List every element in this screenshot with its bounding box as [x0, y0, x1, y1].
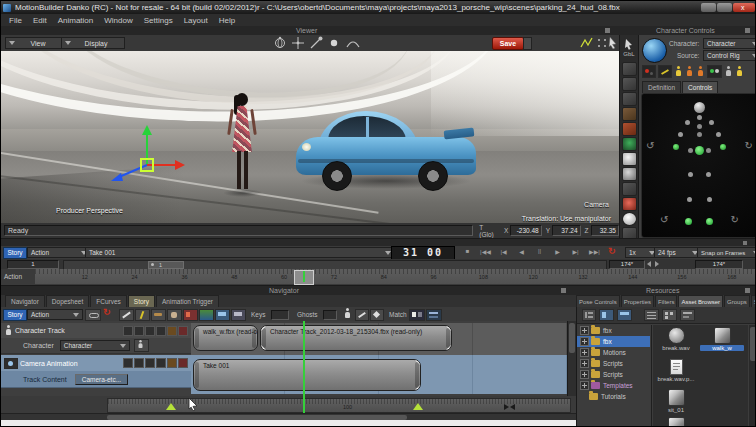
- expander-icon[interactable]: [580, 381, 589, 390]
- thumbnail-view-icon[interactable]: [662, 309, 677, 321]
- rig-hip-node[interactable]: [688, 148, 693, 153]
- viewer-pin-icon[interactable]: [605, 28, 610, 33]
- tab-controls[interactable]: Controls: [682, 81, 718, 93]
- rig-hip-node[interactable]: [706, 148, 711, 153]
- story-vertical-scrollbar[interactable]: [567, 321, 576, 396]
- rig-knee-node[interactable]: [688, 172, 693, 177]
- asset-sit-01[interactable]: sit_01: [654, 389, 698, 413]
- tab-asset-browser[interactable]: Asset Browser: [678, 295, 723, 307]
- track-toggle[interactable]: [134, 358, 144, 368]
- folder-fbx-selected[interactable]: fbx: [577, 336, 650, 347]
- timeline-zoom-handle[interactable]: 1: [148, 261, 184, 269]
- asset-break-wav-p[interactable]: break.wav.p...: [654, 359, 698, 382]
- tab-fcurves[interactable]: FCurves: [90, 295, 127, 307]
- rig-foot-effector[interactable]: [685, 218, 692, 225]
- fk-ik-icon[interactable]: [696, 66, 705, 77]
- track-toggle[interactable]: [123, 326, 133, 336]
- match-clip-icon[interactable]: [409, 309, 425, 321]
- character-figure[interactable]: [223, 93, 263, 197]
- wireframe-mode-icon[interactable]: [622, 167, 637, 181]
- rig-shoulder-node[interactable]: [709, 120, 714, 125]
- scrollbar-thumb[interactable]: [750, 327, 756, 361]
- range-start-field[interactable]: 1: [7, 260, 59, 269]
- action-ruler[interactable]: 12 24 36 48 60 72 84 96 108 120 132 144 …: [35, 269, 756, 284]
- play-button[interactable]: ▶: [549, 248, 566, 255]
- mirror-pose-icon[interactable]: [685, 66, 694, 77]
- ghost-pencil-icon[interactable]: [355, 309, 369, 321]
- folder-fbx[interactable]: fbx: [577, 325, 650, 336]
- tab-filters[interactable]: Filters: [655, 295, 677, 307]
- move-clip-icon[interactable]: [151, 309, 166, 321]
- navigator-pin-icon[interactable]: [561, 288, 566, 293]
- active-character-icon[interactable]: [735, 66, 744, 77]
- menu-animation[interactable]: Animation: [58, 16, 94, 25]
- cursor-mode-icon[interactable]: [607, 36, 619, 50]
- story-ruler[interactable]: 100: [107, 398, 571, 413]
- character-mode-icon[interactable]: [622, 137, 637, 151]
- tab-pose-controls[interactable]: Pose Controls: [576, 295, 620, 307]
- sphere-display-icon[interactable]: [622, 212, 637, 226]
- cursor-tool-icon[interactable]: [623, 38, 636, 50]
- hand-icon[interactable]: [167, 309, 182, 321]
- track-toggle[interactable]: [167, 358, 177, 368]
- rig-hand-effector[interactable]: [673, 144, 679, 150]
- expander-icon[interactable]: [580, 359, 589, 368]
- rig-spine-node[interactable]: [697, 124, 702, 129]
- porsche-car[interactable]: [296, 111, 476, 193]
- resources-pin-icon[interactable]: [745, 288, 750, 293]
- track-toggle[interactable]: [145, 358, 155, 368]
- track-toggle[interactable]: [134, 326, 144, 336]
- home-view-icon[interactable]: [622, 122, 637, 136]
- tab-groups[interactable]: Groups: [724, 295, 750, 307]
- character-subrow-dropdown[interactable]: Character: [60, 340, 130, 351]
- loop-end-marker[interactable]: [510, 404, 515, 410]
- stop-button[interactable]: ■: [459, 248, 476, 254]
- pan-tool-icon[interactable]: [291, 36, 306, 50]
- keys-field[interactable]: [271, 310, 289, 320]
- scrollbar-thumb[interactable]: [569, 323, 575, 353]
- timecode-display[interactable]: 31 00: [391, 246, 455, 260]
- ghosts-toggle[interactable]: [323, 310, 337, 320]
- record-clip-icon[interactable]: ↻: [103, 307, 111, 317]
- clip-handle[interactable]: [415, 360, 420, 365]
- loop-record-icon[interactable]: ↻: [608, 246, 616, 256]
- y-value-field[interactable]: 37.24: [552, 225, 580, 236]
- next-key-button[interactable]: ▶|: [567, 248, 584, 255]
- track-mute-toggle[interactable]: [178, 326, 188, 336]
- select-tool-icon[interactable]: [327, 36, 342, 50]
- save-options-button[interactable]: [523, 37, 532, 50]
- asset-break-wav[interactable]: break.wav: [654, 327, 698, 351]
- control-rig-view[interactable]: ↺ ↻ ↺ ↻: [641, 93, 756, 238]
- display-dropdown[interactable]: Display: [61, 37, 125, 49]
- range-step-right-icon[interactable]: [655, 261, 659, 267]
- rig-shoulder-node[interactable]: [685, 120, 690, 125]
- camera-track-header[interactable]: Camera Animation: [1, 355, 191, 372]
- tab-dopesheet[interactable]: Dopesheet: [46, 295, 89, 307]
- expander-icon[interactable]: [580, 337, 589, 346]
- go-to-start-button[interactable]: |◀◀: [477, 248, 494, 255]
- folder-templates[interactable]: Templates: [577, 380, 650, 391]
- rotate-tool-icon[interactable]: [622, 62, 637, 76]
- rig-elbow-node[interactable]: [678, 132, 683, 137]
- track-toggle[interactable]: [145, 326, 155, 336]
- monitor2-icon[interactable]: [231, 309, 246, 321]
- track-toggle[interactable]: [123, 358, 133, 368]
- take-dropdown[interactable]: Take 001: [85, 247, 395, 258]
- rig-elbow-node[interactable]: [716, 132, 721, 137]
- character-rep-icon[interactable]: [642, 38, 667, 63]
- asset-walk-w[interactable]: walk_w: [700, 327, 744, 351]
- transport-action-dropdown[interactable]: Action: [27, 247, 91, 258]
- snap-dropdown[interactable]: Snap on Frames: [697, 247, 756, 258]
- split-view-icon[interactable]: [599, 309, 614, 321]
- scale-tool-icon[interactable]: [622, 92, 637, 106]
- global-local-toggle[interactable]: GbL: [620, 51, 638, 61]
- expander-icon[interactable]: [580, 326, 589, 335]
- arc-tool-icon[interactable]: [345, 36, 361, 50]
- rig-ankle-node[interactable]: [707, 197, 712, 202]
- fps-dropdown[interactable]: 24 fps: [654, 247, 702, 258]
- source-select[interactable]: Control Rig: [703, 50, 756, 61]
- match-options-icon[interactable]: [426, 309, 442, 321]
- story-marker-triangle[interactable]: [166, 403, 176, 410]
- menu-settings[interactable]: Settings: [144, 16, 173, 25]
- menu-window[interactable]: Window: [104, 16, 132, 25]
